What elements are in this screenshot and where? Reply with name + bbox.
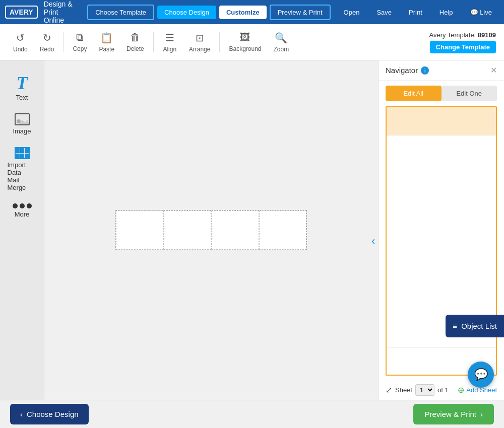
delete-tool[interactable]: 🗑 Delete: [121, 29, 149, 55]
help-btn[interactable]: Help: [432, 6, 460, 19]
left-sidebar: T Text Image Import Data Mail Merge More: [0, 60, 44, 400]
info-icon[interactable]: i: [421, 66, 429, 75]
undo-tool[interactable]: ↺ Undo: [8, 29, 33, 56]
label-preview: [115, 210, 307, 250]
zoom-icon: 🔍: [275, 32, 287, 44]
open-btn[interactable]: Open: [337, 6, 367, 19]
background-tool[interactable]: 🖼 Background: [224, 29, 266, 55]
expand-button[interactable]: ⤢: [386, 385, 392, 395]
nav-preview-row-top: [387, 107, 496, 135]
bottom-bar: ‹ Choose Design Preview & Print ›: [0, 400, 504, 428]
navigator-close-button[interactable]: ✕: [490, 65, 497, 75]
import-data-icon: [15, 147, 30, 159]
edit-one-tab[interactable]: Edit One: [442, 86, 497, 101]
choose-design-button[interactable]: ‹ Choose Design: [10, 404, 89, 424]
live-btn[interactable]: 💬 Live: [463, 6, 499, 19]
app-name: Design & Print Online: [44, 0, 79, 24]
save-btn[interactable]: Save: [369, 6, 399, 19]
label-cell-3: [211, 210, 259, 250]
chevron-left-icon: ‹: [20, 410, 23, 418]
align-tool[interactable]: ☰ Align: [158, 29, 182, 56]
label-cell-1: [116, 210, 164, 250]
copy-icon: ⧉: [76, 32, 83, 43]
toolbar-divider-3: [219, 32, 220, 52]
navigator-title: Navigator i: [386, 66, 429, 75]
chat-button[interactable]: 💬: [468, 362, 494, 388]
label-cell-2: [164, 210, 212, 250]
change-template-button[interactable]: Change Template: [430, 41, 496, 53]
toolbar-divider-1: [63, 32, 64, 52]
template-number: Avery Template: 89109: [429, 31, 496, 39]
preview-print-nav-btn[interactable]: Preview & Print: [270, 5, 331, 20]
zoom-tool[interactable]: 🔍 Zoom: [269, 29, 294, 56]
preview-print-button[interactable]: Preview & Print ›: [413, 404, 494, 424]
chat-icon: 💬: [470, 9, 478, 16]
sidebar-item-more[interactable]: More: [3, 199, 42, 222]
undo-icon: ↺: [16, 32, 25, 44]
add-icon: ⊕: [458, 385, 464, 395]
chevron-right-icon: ›: [480, 410, 483, 418]
sheet-select[interactable]: 1: [415, 384, 434, 396]
arrange-tool[interactable]: ⊡ Arrange: [184, 29, 216, 56]
redo-icon: ↻: [43, 32, 51, 44]
template-info: Avery Template: 89109 Change Template: [429, 31, 496, 53]
edit-all-tab[interactable]: Edit All: [386, 86, 442, 101]
label-cell-4: [259, 210, 307, 250]
object-list-button[interactable]: ≡ Object List: [446, 315, 504, 337]
navigator-header: Navigator i ✕: [379, 60, 504, 81]
canvas-area: [44, 60, 378, 400]
text-icon: T: [17, 73, 28, 94]
arrange-icon: ⊡: [196, 32, 204, 44]
print-btn[interactable]: Print: [402, 6, 429, 19]
choose-template-nav-btn[interactable]: Choose Template: [87, 5, 154, 20]
chat-bubble-icon: 💬: [474, 368, 488, 381]
navigator-tabs: Edit All Edit One: [386, 86, 497, 101]
top-navigation: AVERY Design & Print Online Choose Templ…: [0, 0, 504, 24]
copy-tool[interactable]: ⧉ Copy: [68, 29, 92, 55]
navigator-panel: Navigator i ✕ Edit All Edit One ‹ › ⤢ Sh…: [378, 60, 504, 400]
sidebar-item-image[interactable]: Image: [3, 109, 42, 139]
toolbar: ↺ Undo ↻ Redo ⧉ Copy 📋 Paste 🗑 Delete ☰ …: [0, 24, 504, 60]
sidebar-item-text[interactable]: T Text: [3, 68, 42, 105]
avery-logo: AVERY: [5, 6, 38, 19]
main-layout: T Text Image Import Data Mail Merge More: [0, 60, 504, 400]
more-icon: [13, 203, 32, 208]
sidebar-item-import-data[interactable]: Import Data Mail Merge: [3, 143, 42, 195]
delete-icon: 🗑: [130, 32, 140, 43]
align-icon: ☰: [165, 32, 174, 44]
image-icon: [15, 113, 30, 125]
redo-tool[interactable]: ↻ Redo: [35, 29, 59, 56]
background-icon: 🖼: [240, 32, 250, 43]
paste-tool[interactable]: 📋 Paste: [94, 29, 119, 56]
choose-design-nav-btn[interactable]: Choose Design: [157, 6, 216, 19]
toolbar-divider-2: [153, 32, 154, 52]
paste-icon: 📋: [100, 32, 113, 44]
customize-nav-btn[interactable]: Customize: [219, 6, 267, 19]
navigator-prev-button[interactable]: ‹: [371, 235, 375, 248]
object-list-icon: ≡: [453, 322, 457, 330]
